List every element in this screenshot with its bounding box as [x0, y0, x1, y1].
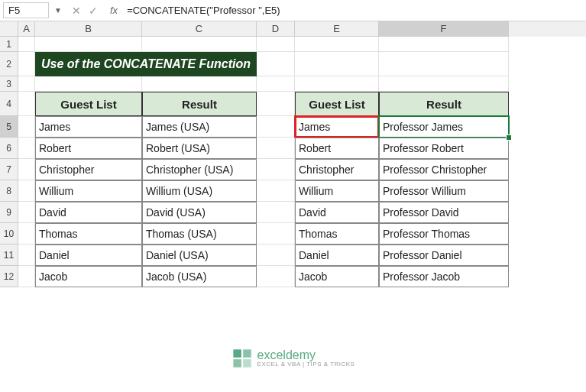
table1-guest[interactable]: David: [35, 202, 142, 223]
table1-guest[interactable]: Willium: [35, 180, 142, 202]
table1-guest[interactable]: Jacob: [35, 266, 142, 287]
col-header-c[interactable]: C: [142, 21, 257, 37]
row-header[interactable]: 5: [0, 116, 18, 138]
table2-result[interactable]: Professor Robert: [379, 138, 509, 159]
cell[interactable]: [257, 245, 295, 266]
cell[interactable]: [18, 223, 35, 245]
cell[interactable]: [18, 266, 35, 287]
svg-rect-1: [243, 349, 251, 358]
cell[interactable]: [35, 37, 142, 52]
cell[interactable]: [257, 180, 295, 202]
row-header[interactable]: 7: [0, 159, 18, 180]
table1-guest[interactable]: James: [35, 116, 142, 138]
table2-guest[interactable]: Robert: [295, 138, 379, 159]
cell[interactable]: [18, 159, 35, 180]
table2-header-result[interactable]: Result: [379, 92, 509, 116]
table1-guest[interactable]: Daniel: [35, 245, 142, 266]
table2-result[interactable]: Professor Daniel: [379, 245, 509, 266]
cell[interactable]: [142, 37, 257, 52]
table2-result-active[interactable]: Professor James: [379, 116, 509, 138]
cell[interactable]: [379, 52, 509, 76]
cell[interactable]: [257, 223, 295, 245]
cell[interactable]: [257, 202, 295, 223]
row-header[interactable]: 6: [0, 138, 18, 159]
table2-result[interactable]: Professor Thomas: [379, 223, 509, 245]
cell[interactable]: [18, 92, 35, 116]
name-box[interactable]: F5: [3, 2, 49, 18]
select-all-corner[interactable]: [0, 21, 18, 37]
cell[interactable]: [257, 116, 295, 138]
cell[interactable]: [257, 138, 295, 159]
cell[interactable]: [295, 52, 379, 76]
table2-result[interactable]: Professor Jacob: [379, 266, 509, 287]
cell[interactable]: [18, 76, 35, 92]
cell[interactable]: [257, 52, 295, 76]
row-header[interactable]: 3: [0, 76, 18, 92]
cell[interactable]: [18, 245, 35, 266]
cell[interactable]: [35, 76, 142, 92]
namebox-dropdown-icon[interactable]: ▼: [52, 6, 64, 15]
table1-guest[interactable]: Christopher: [35, 159, 142, 180]
table1-result[interactable]: Jacob (USA): [142, 266, 257, 287]
table2-header-guest[interactable]: Guest List: [295, 92, 379, 116]
cell[interactable]: [379, 37, 509, 52]
table2-guest[interactable]: Christopher: [295, 159, 379, 180]
row-header[interactable]: 10: [0, 223, 18, 245]
table2-result[interactable]: Professor David: [379, 202, 509, 223]
cell[interactable]: [295, 76, 379, 92]
table2-guest[interactable]: James: [295, 116, 379, 138]
table2-guest[interactable]: Daniel: [295, 245, 379, 266]
cell[interactable]: [257, 76, 295, 92]
fx-icon[interactable]: fx: [105, 5, 122, 16]
watermark-icon: [231, 348, 253, 369]
cell[interactable]: [18, 180, 35, 202]
table1-result[interactable]: Christopher (USA): [142, 159, 257, 180]
table1-result[interactable]: Willium (USA): [142, 180, 257, 202]
table2-guest[interactable]: Thomas: [295, 223, 379, 245]
row-header[interactable]: 2: [0, 52, 18, 76]
table1-guest[interactable]: Robert: [35, 138, 142, 159]
cell[interactable]: [18, 116, 35, 138]
col-header-b[interactable]: B: [35, 21, 142, 37]
row-header[interactable]: 8: [0, 180, 18, 202]
row-header[interactable]: 11: [0, 245, 18, 266]
col-header-e[interactable]: E: [295, 21, 379, 37]
cell[interactable]: [257, 266, 295, 287]
row-header[interactable]: 1: [0, 37, 18, 52]
table2-guest[interactable]: Willium: [295, 180, 379, 202]
cell[interactable]: [18, 202, 35, 223]
table2-guest[interactable]: David: [295, 202, 379, 223]
row-header[interactable]: 9: [0, 202, 18, 223]
table1-result[interactable]: James (USA): [142, 116, 257, 138]
cell[interactable]: [257, 159, 295, 180]
table1-header-result[interactable]: Result: [142, 92, 257, 116]
table2-result[interactable]: Professor Christopher: [379, 159, 509, 180]
cell[interactable]: [18, 52, 35, 76]
table2-guest[interactable]: Jacob: [295, 266, 379, 287]
enter-icon[interactable]: ✓: [89, 5, 98, 17]
svg-rect-0: [233, 349, 241, 358]
cell[interactable]: [257, 37, 295, 52]
cell[interactable]: [142, 76, 257, 92]
cell[interactable]: [295, 37, 379, 52]
cell[interactable]: [379, 76, 509, 92]
table1-result[interactable]: David (USA): [142, 202, 257, 223]
table1-result[interactable]: Thomas (USA): [142, 223, 257, 245]
cell[interactable]: [18, 138, 35, 159]
table1-result[interactable]: Daniel (USA): [142, 245, 257, 266]
cell[interactable]: [18, 37, 35, 52]
table2-result[interactable]: Professor Willium: [379, 180, 509, 202]
row-header[interactable]: 12: [0, 266, 18, 287]
col-header-a[interactable]: A: [18, 21, 35, 37]
formula-input[interactable]: =CONCATENATE("Professor ",E5): [122, 3, 586, 18]
fill-handle[interactable]: [506, 134, 512, 141]
col-header-f[interactable]: F: [379, 21, 509, 37]
col-header-d[interactable]: D: [257, 21, 295, 37]
table1-result[interactable]: Robert (USA): [142, 138, 257, 159]
table1-header-guest[interactable]: Guest List: [35, 92, 142, 116]
title-cell[interactable]: Use of the CONCATENATE Function: [35, 52, 257, 76]
row-header[interactable]: 4: [0, 92, 18, 116]
cancel-icon[interactable]: ✕: [72, 5, 81, 17]
table1-guest[interactable]: Thomas: [35, 223, 142, 245]
cell[interactable]: [257, 92, 295, 116]
